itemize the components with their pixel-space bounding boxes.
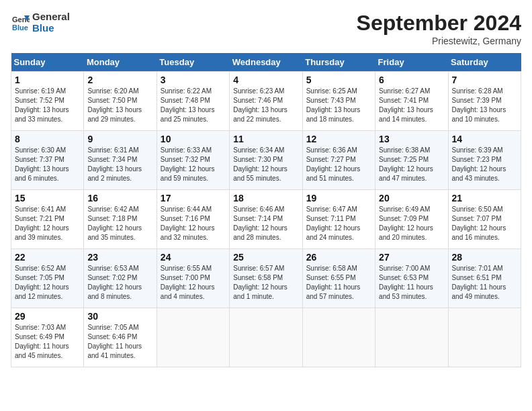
day-cell: 14Sunrise: 6:39 AM Sunset: 7:23 PM Dayli… (448, 131, 521, 190)
day-cell: 6Sunrise: 6:27 AM Sunset: 7:41 PM Daylig… (375, 72, 448, 131)
day-info: Sunrise: 6:19 AM Sunset: 7:52 PM Dayligh… (15, 87, 80, 124)
day-cell: 20Sunrise: 6:49 AM Sunset: 7:09 PM Dayli… (375, 190, 448, 249)
day-number: 19 (306, 193, 371, 203)
day-number: 14 (452, 134, 517, 144)
day-info: Sunrise: 7:05 AM Sunset: 6:46 PM Dayligh… (87, 323, 152, 361)
day-cell: 22Sunrise: 6:52 AM Sunset: 7:05 PM Dayli… (11, 249, 84, 308)
day-info: Sunrise: 6:52 AM Sunset: 7:05 PM Dayligh… (15, 264, 80, 302)
day-cell (157, 308, 229, 367)
day-number: 22 (15, 252, 80, 263)
day-number: 15 (15, 193, 80, 203)
month-title: September 2024 (357, 11, 521, 36)
location-subtitle: Priestewitz, Germany (357, 36, 521, 46)
day-info: Sunrise: 6:38 AM Sunset: 7:25 PM Dayligh… (379, 146, 444, 183)
day-number: 30 (87, 311, 152, 322)
day-number: 11 (233, 134, 298, 144)
day-number: 24 (161, 252, 226, 263)
day-number: 6 (379, 75, 444, 85)
day-cell (302, 308, 375, 367)
day-info: Sunrise: 6:42 AM Sunset: 7:18 PM Dayligh… (87, 205, 152, 242)
title-block: September 2024 Priestewitz, Germany (357, 11, 521, 46)
day-cell: 26Sunrise: 6:58 AM Sunset: 6:55 PM Dayli… (302, 249, 375, 308)
header-cell-tuesday: Tuesday (157, 53, 229, 72)
header-cell-sunday: Sunday (11, 53, 84, 72)
day-number: 12 (306, 134, 371, 144)
day-cell: 17Sunrise: 6:44 AM Sunset: 7:16 PM Dayli… (157, 190, 229, 249)
day-cell: 25Sunrise: 6:57 AM Sunset: 6:58 PM Dayli… (230, 249, 302, 308)
day-info: Sunrise: 6:57 AM Sunset: 6:58 PM Dayligh… (233, 264, 298, 302)
header: General Blue GeneralBlue September 2024 … (11, 11, 521, 46)
day-cell (375, 308, 448, 367)
day-cell: 9Sunrise: 6:31 AM Sunset: 7:34 PM Daylig… (84, 131, 157, 190)
day-number: 28 (452, 252, 517, 263)
day-info: Sunrise: 6:39 AM Sunset: 7:23 PM Dayligh… (452, 146, 517, 183)
header-row: SundayMondayTuesdayWednesdayThursdayFrid… (11, 53, 521, 72)
day-cell: 27Sunrise: 7:00 AM Sunset: 6:53 PM Dayli… (375, 249, 448, 308)
day-number: 29 (15, 311, 80, 322)
day-info: Sunrise: 6:49 AM Sunset: 7:09 PM Dayligh… (379, 205, 444, 242)
day-number: 20 (379, 193, 444, 203)
day-number: 23 (87, 252, 152, 263)
week-row-5: 29Sunrise: 7:03 AM Sunset: 6:49 PM Dayli… (11, 308, 521, 367)
day-info: Sunrise: 6:28 AM Sunset: 7:39 PM Dayligh… (452, 87, 517, 124)
day-info: Sunrise: 6:27 AM Sunset: 7:41 PM Dayligh… (379, 87, 444, 124)
day-cell: 23Sunrise: 6:53 AM Sunset: 7:02 PM Dayli… (84, 249, 157, 308)
day-cell: 18Sunrise: 6:46 AM Sunset: 7:14 PM Dayli… (230, 190, 302, 249)
day-number: 10 (161, 134, 226, 144)
day-info: Sunrise: 6:58 AM Sunset: 6:55 PM Dayligh… (306, 264, 371, 302)
day-cell: 4Sunrise: 6:23 AM Sunset: 7:46 PM Daylig… (230, 72, 302, 131)
week-row-4: 22Sunrise: 6:52 AM Sunset: 7:05 PM Dayli… (11, 249, 521, 308)
day-number: 5 (306, 75, 371, 85)
day-info: Sunrise: 6:55 AM Sunset: 7:00 PM Dayligh… (161, 264, 226, 302)
day-cell: 10Sunrise: 6:33 AM Sunset: 7:32 PM Dayli… (157, 131, 229, 190)
day-info: Sunrise: 6:31 AM Sunset: 7:34 PM Dayligh… (87, 146, 152, 183)
day-cell: 3Sunrise: 6:22 AM Sunset: 7:48 PM Daylig… (157, 72, 229, 131)
day-info: Sunrise: 6:34 AM Sunset: 7:30 PM Dayligh… (233, 146, 298, 183)
svg-text:Blue: Blue (12, 24, 28, 32)
logo: General Blue GeneralBlue (11, 11, 70, 34)
header-cell-monday: Monday (84, 53, 157, 72)
day-info: Sunrise: 6:20 AM Sunset: 7:50 PM Dayligh… (87, 87, 152, 124)
day-number: 4 (233, 75, 298, 85)
day-cell: 2Sunrise: 6:20 AM Sunset: 7:50 PM Daylig… (84, 72, 157, 131)
day-number: 8 (15, 134, 80, 144)
day-info: Sunrise: 6:47 AM Sunset: 7:11 PM Dayligh… (306, 205, 371, 242)
header-cell-wednesday: Wednesday (230, 53, 302, 72)
day-cell: 19Sunrise: 6:47 AM Sunset: 7:11 PM Dayli… (302, 190, 375, 249)
day-info: Sunrise: 6:22 AM Sunset: 7:48 PM Dayligh… (161, 87, 226, 124)
week-row-3: 15Sunrise: 6:41 AM Sunset: 7:21 PM Dayli… (11, 190, 521, 249)
day-cell: 16Sunrise: 6:42 AM Sunset: 7:18 PM Dayli… (84, 190, 157, 249)
day-cell: 8Sunrise: 6:30 AM Sunset: 7:37 PM Daylig… (11, 131, 84, 190)
day-info: Sunrise: 7:00 AM Sunset: 6:53 PM Dayligh… (379, 264, 444, 302)
day-number: 21 (452, 193, 517, 203)
day-info: Sunrise: 6:36 AM Sunset: 7:27 PM Dayligh… (306, 146, 371, 183)
header-cell-friday: Friday (375, 53, 448, 72)
day-cell: 7Sunrise: 6:28 AM Sunset: 7:39 PM Daylig… (448, 72, 521, 131)
day-info: Sunrise: 6:53 AM Sunset: 7:02 PM Dayligh… (87, 264, 152, 302)
day-cell: 15Sunrise: 6:41 AM Sunset: 7:21 PM Dayli… (11, 190, 84, 249)
day-number: 13 (379, 134, 444, 144)
day-number: 27 (379, 252, 444, 263)
day-number: 1 (15, 75, 80, 85)
header-cell-thursday: Thursday (302, 53, 375, 72)
day-info: Sunrise: 6:33 AM Sunset: 7:32 PM Dayligh… (161, 146, 226, 183)
day-number: 26 (306, 252, 371, 263)
day-cell (230, 308, 302, 367)
day-cell: 28Sunrise: 7:01 AM Sunset: 6:51 PM Dayli… (448, 249, 521, 308)
day-info: Sunrise: 6:25 AM Sunset: 7:43 PM Dayligh… (306, 87, 371, 124)
day-info: Sunrise: 6:23 AM Sunset: 7:46 PM Dayligh… (233, 87, 298, 124)
day-number: 25 (233, 252, 298, 263)
day-cell: 1Sunrise: 6:19 AM Sunset: 7:52 PM Daylig… (11, 72, 84, 131)
day-number: 16 (87, 193, 152, 203)
logo-icon: General Blue (11, 13, 30, 32)
day-cell: 13Sunrise: 6:38 AM Sunset: 7:25 PM Dayli… (375, 131, 448, 190)
day-info: Sunrise: 7:01 AM Sunset: 6:51 PM Dayligh… (452, 264, 517, 302)
day-info: Sunrise: 6:30 AM Sunset: 7:37 PM Dayligh… (15, 146, 80, 183)
calendar-table: SundayMondayTuesdayWednesdayThursdayFrid… (11, 53, 521, 367)
day-info: Sunrise: 6:46 AM Sunset: 7:14 PM Dayligh… (233, 205, 298, 242)
day-cell: 29Sunrise: 7:03 AM Sunset: 6:49 PM Dayli… (11, 308, 84, 367)
day-cell: 24Sunrise: 6:55 AM Sunset: 7:00 PM Dayli… (157, 249, 229, 308)
day-info: Sunrise: 6:50 AM Sunset: 7:07 PM Dayligh… (452, 205, 517, 242)
day-cell: 11Sunrise: 6:34 AM Sunset: 7:30 PM Dayli… (230, 131, 302, 190)
header-cell-saturday: Saturday (448, 53, 521, 72)
